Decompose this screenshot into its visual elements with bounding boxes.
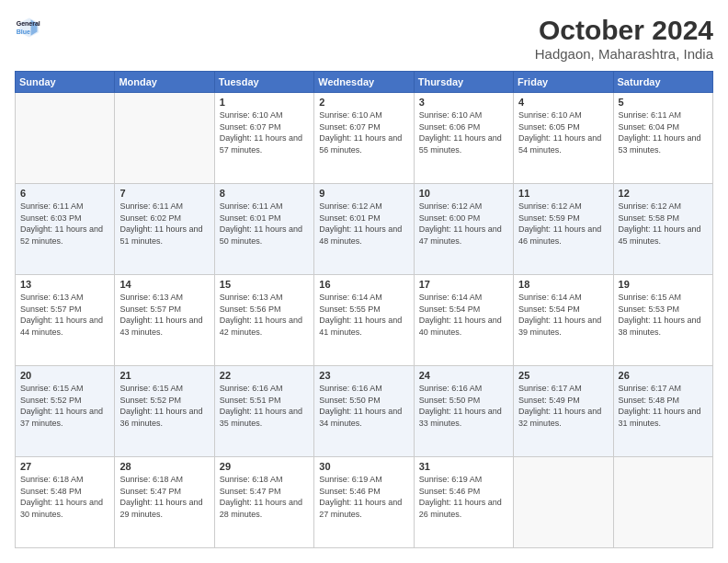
title-block: October 2024 Hadgaon, Maharashtra, India: [535, 15, 713, 62]
day-number: 9: [319, 188, 408, 199]
day-number: 6: [20, 188, 109, 199]
day-number: 17: [419, 279, 508, 290]
day-info: Sunrise: 6:18 AMSunset: 5:48 PMDaylight:…: [20, 474, 109, 520]
calendar-cell: 24Sunrise: 6:16 AMSunset: 5:50 PMDayligh…: [414, 366, 513, 457]
day-number: 16: [319, 279, 408, 290]
calendar-week-3: 13Sunrise: 6:13 AMSunset: 5:57 PMDayligh…: [16, 275, 713, 366]
col-header-monday: Monday: [115, 72, 214, 93]
main-title: October 2024: [535, 15, 713, 46]
day-info: Sunrise: 6:11 AMSunset: 6:04 PMDaylight:…: [619, 109, 708, 155]
calendar-cell: 5Sunrise: 6:11 AMSunset: 6:04 PMDaylight…: [613, 93, 712, 184]
col-header-sunday: Sunday: [16, 72, 115, 93]
calendar-cell: 10Sunrise: 6:12 AMSunset: 6:00 PMDayligh…: [414, 184, 513, 275]
calendar-cell: 12Sunrise: 6:12 AMSunset: 5:58 PMDayligh…: [613, 184, 712, 275]
day-info: Sunrise: 6:16 AMSunset: 5:50 PMDaylight:…: [319, 383, 408, 429]
calendar-cell: 26Sunrise: 6:17 AMSunset: 5:48 PMDayligh…: [613, 366, 712, 457]
day-number: 11: [518, 188, 608, 199]
calendar-cell: 30Sunrise: 6:19 AMSunset: 5:46 PMDayligh…: [314, 457, 414, 548]
day-info: Sunrise: 6:14 AMSunset: 5:55 PMDaylight:…: [319, 292, 408, 338]
day-info: Sunrise: 6:12 AMSunset: 5:59 PMDaylight:…: [518, 201, 608, 247]
day-number: 29: [220, 461, 309, 472]
calendar-cell: 20Sunrise: 6:15 AMSunset: 5:52 PMDayligh…: [16, 366, 115, 457]
calendar-cell: 15Sunrise: 6:13 AMSunset: 5:56 PMDayligh…: [214, 275, 313, 366]
calendar-cell: 23Sunrise: 6:16 AMSunset: 5:50 PMDayligh…: [314, 366, 414, 457]
day-number: 4: [518, 97, 608, 108]
day-info: Sunrise: 6:17 AMSunset: 5:48 PMDaylight:…: [619, 383, 708, 429]
day-info: Sunrise: 6:16 AMSunset: 5:51 PMDaylight:…: [220, 383, 309, 429]
day-info: Sunrise: 6:11 AMSunset: 6:02 PMDaylight:…: [119, 201, 209, 247]
calendar-cell: 31Sunrise: 6:19 AMSunset: 5:46 PMDayligh…: [414, 457, 513, 548]
calendar-cell: 29Sunrise: 6:18 AMSunset: 5:47 PMDayligh…: [214, 457, 313, 548]
day-number: 10: [419, 188, 508, 199]
day-info: Sunrise: 6:11 AMSunset: 6:03 PMDaylight:…: [20, 201, 109, 247]
day-number: 18: [518, 279, 608, 290]
day-number: 22: [220, 370, 309, 381]
day-info: Sunrise: 6:14 AMSunset: 5:54 PMDaylight:…: [518, 292, 608, 338]
day-info: Sunrise: 6:16 AMSunset: 5:50 PMDaylight:…: [419, 383, 508, 429]
calendar-week-1: 1Sunrise: 6:10 AMSunset: 6:07 PMDaylight…: [16, 93, 713, 184]
day-info: Sunrise: 6:18 AMSunset: 5:47 PMDaylight:…: [119, 474, 209, 520]
calendar-cell: 1Sunrise: 6:10 AMSunset: 6:07 PMDaylight…: [214, 93, 313, 184]
col-header-saturday: Saturday: [613, 72, 712, 93]
day-info: Sunrise: 6:19 AMSunset: 5:46 PMDaylight:…: [419, 474, 508, 520]
calendar-cell: 13Sunrise: 6:13 AMSunset: 5:57 PMDayligh…: [16, 275, 115, 366]
day-info: Sunrise: 6:17 AMSunset: 5:49 PMDaylight:…: [518, 383, 608, 429]
page: General Blue October 2024 Hadgaon, Mahar…: [0, 0, 728, 563]
day-info: Sunrise: 6:15 AMSunset: 5:53 PMDaylight:…: [619, 292, 708, 338]
day-info: Sunrise: 6:15 AMSunset: 5:52 PMDaylight:…: [119, 383, 209, 429]
calendar-cell: 4Sunrise: 6:10 AMSunset: 6:05 PMDaylight…: [514, 93, 613, 184]
calendar-week-5: 27Sunrise: 6:18 AMSunset: 5:48 PMDayligh…: [16, 457, 713, 548]
day-info: Sunrise: 6:15 AMSunset: 5:52 PMDaylight:…: [20, 383, 109, 429]
calendar-cell: 11Sunrise: 6:12 AMSunset: 5:59 PMDayligh…: [514, 184, 613, 275]
day-info: Sunrise: 6:12 AMSunset: 6:00 PMDaylight:…: [419, 201, 508, 247]
day-info: Sunrise: 6:19 AMSunset: 5:46 PMDaylight:…: [319, 474, 408, 520]
calendar-cell: [115, 93, 214, 184]
day-number: 24: [419, 370, 508, 381]
calendar-cell: 21Sunrise: 6:15 AMSunset: 5:52 PMDayligh…: [115, 366, 214, 457]
day-number: 5: [619, 97, 708, 108]
calendar-table: SundayMondayTuesdayWednesdayThursdayFrid…: [15, 71, 713, 548]
day-number: 14: [119, 279, 209, 290]
calendar-header-row: SundayMondayTuesdayWednesdayThursdayFrid…: [16, 72, 713, 93]
day-info: Sunrise: 6:10 AMSunset: 6:06 PMDaylight:…: [419, 109, 508, 155]
subtitle: Hadgaon, Maharashtra, India: [535, 46, 713, 62]
col-header-friday: Friday: [514, 72, 613, 93]
day-number: 25: [518, 370, 608, 381]
calendar-cell: [514, 457, 613, 548]
day-number: 26: [619, 370, 708, 381]
day-number: 20: [20, 370, 109, 381]
day-info: Sunrise: 6:12 AMSunset: 5:58 PMDaylight:…: [619, 201, 708, 247]
day-info: Sunrise: 6:10 AMSunset: 6:07 PMDaylight:…: [319, 109, 408, 155]
calendar-week-4: 20Sunrise: 6:15 AMSunset: 5:52 PMDayligh…: [16, 366, 713, 457]
day-number: 12: [619, 188, 708, 199]
calendar-cell: 27Sunrise: 6:18 AMSunset: 5:48 PMDayligh…: [16, 457, 115, 548]
calendar-cell: 25Sunrise: 6:17 AMSunset: 5:49 PMDayligh…: [514, 366, 613, 457]
day-number: 28: [119, 461, 209, 472]
calendar-cell: 18Sunrise: 6:14 AMSunset: 5:54 PMDayligh…: [514, 275, 613, 366]
header: General Blue October 2024 Hadgaon, Mahar…: [15, 15, 713, 62]
col-header-tuesday: Tuesday: [214, 72, 313, 93]
day-number: 23: [319, 370, 408, 381]
day-info: Sunrise: 6:13 AMSunset: 5:57 PMDaylight:…: [20, 292, 109, 338]
calendar-cell: 14Sunrise: 6:13 AMSunset: 5:57 PMDayligh…: [115, 275, 214, 366]
day-info: Sunrise: 6:12 AMSunset: 6:01 PMDaylight:…: [319, 201, 408, 247]
day-number: 15: [220, 279, 309, 290]
logo-icon: General Blue: [15, 15, 40, 40]
day-number: 19: [619, 279, 708, 290]
calendar-cell: 7Sunrise: 6:11 AMSunset: 6:02 PMDaylight…: [115, 184, 214, 275]
day-number: 13: [20, 279, 109, 290]
day-number: 2: [319, 97, 408, 108]
day-info: Sunrise: 6:18 AMSunset: 5:47 PMDaylight:…: [220, 474, 309, 520]
day-info: Sunrise: 6:13 AMSunset: 5:56 PMDaylight:…: [220, 292, 309, 338]
day-info: Sunrise: 6:10 AMSunset: 6:05 PMDaylight:…: [518, 109, 608, 155]
day-number: 1: [220, 97, 309, 108]
calendar-week-2: 6Sunrise: 6:11 AMSunset: 6:03 PMDaylight…: [16, 184, 713, 275]
day-info: Sunrise: 6:13 AMSunset: 5:57 PMDaylight:…: [119, 292, 209, 338]
day-number: 27: [20, 461, 109, 472]
calendar-cell: 17Sunrise: 6:14 AMSunset: 5:54 PMDayligh…: [414, 275, 513, 366]
day-number: 31: [419, 461, 508, 472]
calendar-cell: 9Sunrise: 6:12 AMSunset: 6:01 PMDaylight…: [314, 184, 414, 275]
day-number: 7: [119, 188, 209, 199]
col-header-thursday: Thursday: [414, 72, 513, 93]
day-number: 21: [119, 370, 209, 381]
